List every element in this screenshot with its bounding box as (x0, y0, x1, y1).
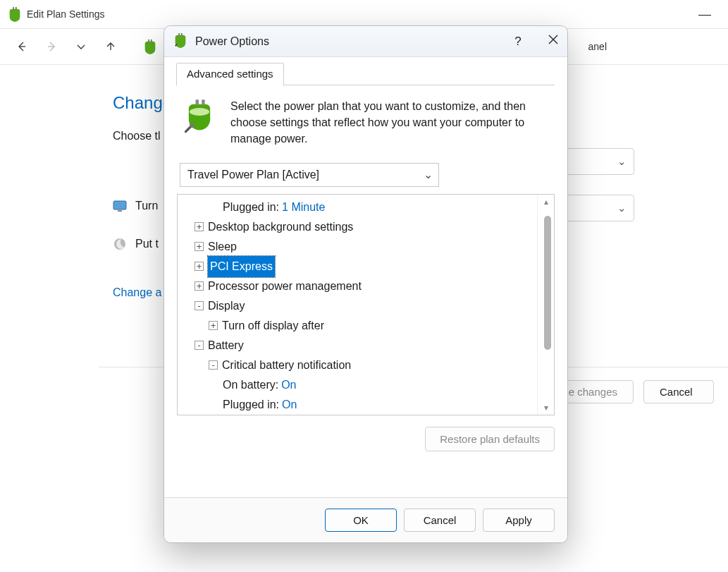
minimize-icon[interactable]: — (689, 7, 721, 22)
cancel-button-bg[interactable]: Cancel (643, 380, 714, 403)
tab-advanced-settings[interactable]: Advanced settings (176, 63, 284, 86)
power-options-dialog: Power Options ? Advanced settings Select… (164, 25, 568, 543)
expand-icon[interactable]: + (195, 281, 204, 291)
close-button[interactable] (539, 34, 567, 49)
bg-titlebar: Edit Plan Settings — (0, 0, 728, 28)
tree-item-sleep[interactable]: + Sleep (182, 237, 537, 257)
svg-rect-10 (202, 99, 204, 105)
row-put-to-sleep: Put t (135, 238, 159, 250)
scroll-down-icon[interactable]: ▾ (544, 401, 548, 415)
scroll-thumb[interactable] (544, 216, 551, 350)
svg-rect-0 (13, 7, 14, 10)
power-app-icon (7, 6, 23, 22)
svg-rect-4 (113, 201, 126, 209)
restore-plan-defaults-button[interactable]: Restore plan defaults (425, 427, 555, 451)
svg-rect-3 (151, 39, 152, 42)
collapse-icon[interactable]: - (209, 360, 218, 370)
chevron-down-icon: ⌄ (617, 155, 627, 168)
dialog-titlebar: Power Options ? (164, 26, 567, 57)
scroll-up-icon[interactable]: ▴ (544, 195, 548, 209)
tree-item-desktop-background[interactable]: + Desktop background settings (182, 217, 537, 237)
svg-rect-7 (178, 33, 180, 36)
forward-button[interactable] (38, 33, 65, 60)
tree-item-pci-express[interactable]: + PCI Express (182, 257, 537, 276)
svg-rect-9 (196, 99, 199, 105)
ok-button[interactable]: OK (325, 509, 397, 532)
svg-rect-1 (16, 7, 17, 10)
power-plan-dropdown[interactable]: Travel Power Plan [Active] ⌄ (180, 163, 439, 187)
power-options-icon (173, 32, 188, 50)
display-icon (113, 199, 127, 213)
dialog-description: Select the power plan that you want to c… (230, 98, 550, 147)
row-turn-off-display: Turn (135, 200, 158, 212)
expand-icon[interactable]: + (195, 262, 204, 271)
collapse-icon[interactable]: - (195, 341, 204, 350)
dialog-title: Power Options (195, 35, 269, 48)
power-plan-selected: Travel Power Plan [Active] (187, 169, 319, 181)
svg-point-11 (190, 108, 209, 116)
help-button[interactable]: ? (504, 35, 532, 49)
svg-point-12 (190, 123, 195, 128)
svg-rect-2 (148, 39, 149, 42)
chevron-down-icon: ⌄ (617, 202, 627, 214)
svg-rect-5 (118, 210, 122, 212)
dialog-footer: OK Cancel Apply (164, 497, 567, 542)
tree-item-processor-power[interactable]: + Processor power management (182, 276, 537, 296)
tree-item-turn-off-display-after[interactable]: + Turn off display after (182, 316, 537, 336)
battery-large-icon (181, 98, 218, 135)
cancel-button[interactable]: Cancel (404, 509, 476, 532)
bg-window-title: Edit Plan Settings (27, 8, 105, 20)
tree-item-battery[interactable]: - Battery (182, 336, 537, 355)
back-button[interactable] (8, 33, 35, 60)
tree-item-crit-plugged-in[interactable]: Plugged in: On (182, 395, 537, 415)
tree-scrollbar[interactable]: ▴ ▾ (537, 195, 554, 415)
settings-tree: Plugged in: 1 Minute + Desktop backgroun… (177, 194, 555, 415)
moon-icon (113, 237, 127, 251)
up-button[interactable] (97, 33, 124, 60)
expand-icon[interactable]: + (195, 222, 204, 231)
expand-icon[interactable]: + (195, 242, 204, 251)
collapse-icon[interactable]: - (195, 301, 204, 310)
recent-chevron-icon[interactable] (68, 33, 94, 60)
tree-item-plugged-in-minute[interactable]: Plugged in: 1 Minute (182, 197, 537, 217)
tab-strip: Advanced settings (177, 61, 555, 85)
breadcrumb-tail: anel (588, 41, 607, 52)
tree-item-critical-battery-notification[interactable]: - Critical battery notification (182, 355, 537, 375)
svg-rect-8 (181, 33, 183, 36)
breadcrumb-app-icon (142, 39, 158, 54)
apply-button[interactable]: Apply (483, 509, 555, 532)
expand-icon[interactable]: + (209, 321, 218, 330)
tree-item-display[interactable]: - Display (182, 296, 537, 316)
chevron-down-icon: ⌄ (424, 168, 433, 181)
tree-item-crit-on-battery[interactable]: On battery: On (182, 375, 537, 395)
